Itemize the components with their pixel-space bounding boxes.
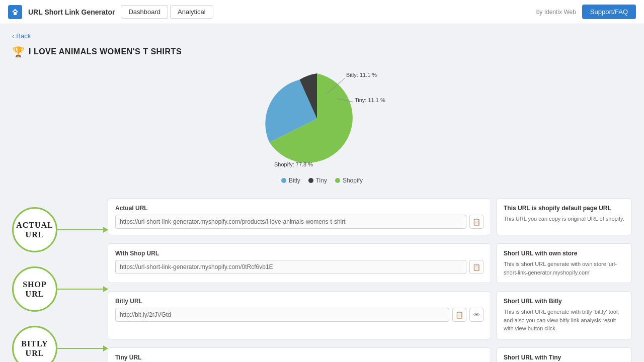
bitly-url-bubble: Bitly URL	[12, 326, 57, 362]
bitly-view-button[interactable]: 👁	[469, 308, 484, 322]
trophy-icon: 🏆	[12, 46, 25, 58]
dashboard-button[interactable]: Dashboard	[121, 5, 168, 19]
legend-bitly: Bitly	[281, 177, 300, 184]
shop-url-title: With Shop URL	[115, 250, 484, 257]
actual-copy-button[interactable]: 📋	[469, 215, 484, 229]
legend-bitly-label: Bitly	[289, 177, 300, 184]
shop-bubble-wrapper: Shop URL	[12, 266, 108, 312]
shop-url-bubble: Shop URL	[12, 266, 57, 312]
bitly-annotation: Bitly: 11.1 %	[346, 72, 377, 78]
chart-legend: Bitly Tiny Shopify	[236, 177, 408, 184]
bitly-url-input[interactable]	[115, 308, 449, 322]
actual-url-section: Actual URL 📋	[108, 198, 491, 235]
actual-url-bubble: Actual URL	[12, 207, 57, 252]
legend-shopify-label: Shopify	[343, 177, 363, 184]
page-title: I LOVE ANIMALS WOMEN'S T SHIRTS	[29, 47, 182, 56]
tiny-dot	[308, 178, 313, 183]
actual-info-text: This URL you can copy is original URL of…	[504, 215, 624, 223]
shop-url-input-row: 📋	[115, 260, 484, 274]
shop-url-section: With Shop URL 📋	[108, 243, 491, 283]
legend-tiny-label: Tiny	[316, 177, 327, 184]
shop-info-card: Short URL with own store This is short U…	[496, 243, 632, 283]
app-logo	[8, 5, 22, 19]
actual-info-card: This URL is shopify default page URL Thi…	[496, 198, 632, 235]
by-text: by Identix Web	[536, 9, 576, 16]
bitly-info-card: Short URL with Bitly This is short URL g…	[496, 291, 632, 339]
actual-url-title: Actual URL	[115, 205, 484, 212]
header: URL Short Link Generator Dashboard Analy…	[0, 0, 644, 24]
tiny-info-card: Short URL with Tiny This is short URL ge…	[496, 347, 632, 363]
tiny-row: Tiny URL 📋 Short URL with Tiny This is s…	[108, 347, 632, 363]
bitly-url-input-row: 📋 👁	[115, 308, 484, 322]
chevron-left-icon: ‹	[12, 32, 14, 40]
bitly-copy-button[interactable]: 📋	[452, 308, 466, 322]
bitly-url-title: Bitly URL	[115, 298, 484, 305]
tiny-url-section: Tiny URL 📋	[108, 347, 491, 363]
url-info-column: Actual URL 📋 This URL is shopify default…	[108, 198, 632, 362]
actual-url-input-row: 📋	[115, 215, 484, 229]
bubbles-column: Actual URL Shop URL Bitly URL	[12, 198, 108, 362]
shopify-annotation: Shopify: 77.8 %	[274, 161, 313, 167]
bitly-url-section: Bitly URL 📋 👁	[108, 291, 491, 339]
page-title-row: 🏆 I LOVE ANIMALS WOMEN'S T SHIRTS	[12, 46, 632, 58]
shop-copy-button[interactable]: 📋	[469, 260, 484, 274]
url-content-layout: Actual URL Shop URL Bitly URL	[12, 198, 632, 362]
back-link[interactable]: ‹ Back	[12, 32, 31, 40]
shop-info-title: Short URL with own store	[504, 250, 624, 257]
bitly-row: Bitly URL 📋 👁 Short URL with Bitly This …	[108, 291, 632, 343]
header-left: URL Short Link Generator Dashboard Analy…	[8, 5, 213, 19]
bitly-dot	[281, 178, 286, 183]
analytical-button[interactable]: Analytical	[170, 5, 213, 19]
app-title: URL Short Link Generator	[28, 8, 115, 16]
svg-rect-0	[14, 12, 17, 15]
tiny-info-title: Short URL with Tiny	[504, 354, 624, 361]
bitly-bubble-wrapper: Bitly URL	[12, 326, 108, 362]
bitly-info-title: Short URL with Bitly	[504, 298, 624, 305]
shop-row: With Shop URL 📋 Short URL with own store…	[108, 243, 632, 287]
actual-bubble-wrapper: Actual URL	[12, 207, 108, 252]
shop-connector	[57, 289, 108, 290]
shop-info-text: This is short URL generate with own stor…	[504, 260, 624, 277]
header-nav: Dashboard Analytical	[121, 5, 213, 19]
shop-url-input[interactable]	[115, 260, 466, 274]
legend-shopify: Shopify	[335, 177, 363, 184]
shopify-dot	[335, 178, 340, 183]
actual-info-title: This URL is shopify default page URL	[504, 205, 624, 212]
pie-chart-wrapper: Bitly: 11.1 % Tiny: 11.1 % Shopify: 77.8…	[236, 66, 408, 184]
support-faq-button[interactable]: Support/FAQ	[582, 5, 636, 19]
tiny-annotation: Tiny: 11.1 %	[355, 97, 385, 103]
main-content: ‹ Back 🏆 I LOVE ANIMALS WOMEN'S T SHIRTS…	[0, 24, 644, 362]
legend-tiny: Tiny	[308, 177, 327, 184]
bitly-info-text: This is short URL generate with bitly 'b…	[504, 308, 624, 333]
tiny-url-title: Tiny URL	[115, 354, 484, 361]
chart-section: Bitly: 11.1 % Tiny: 11.1 % Shopify: 77.8…	[12, 66, 632, 188]
pie-chart: Bitly: 11.1 % Tiny: 11.1 % Shopify: 77.8…	[236, 66, 408, 171]
actual-row: Actual URL 📋 This URL is shopify default…	[108, 198, 632, 239]
bitly-connector	[57, 348, 108, 349]
actual-connector	[57, 229, 108, 230]
actual-url-input[interactable]	[115, 215, 466, 229]
